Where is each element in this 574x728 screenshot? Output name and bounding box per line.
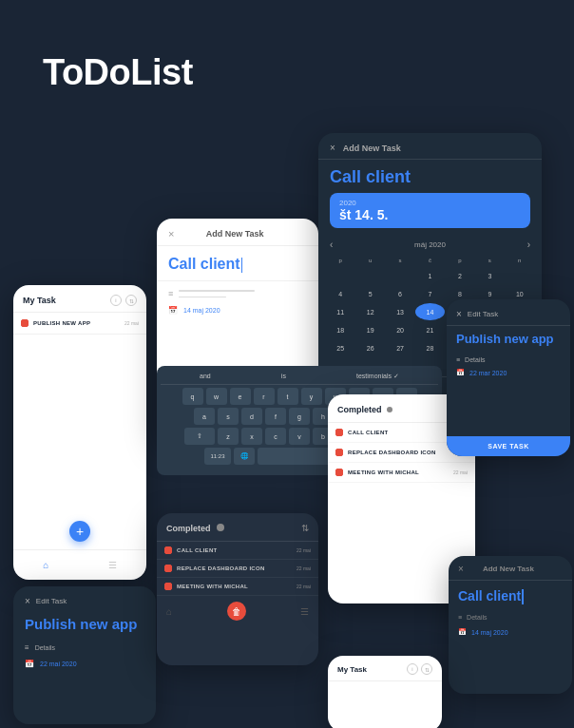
edit-header: × Edit Task [13,586,156,612]
key-d[interactable]: d [241,408,262,425]
edit-date: 22 mai 2020 [40,661,77,667]
task-name-2: REPLACE DASHBOARD ICON [177,565,292,571]
mytask-title: My Task [23,296,56,305]
cal-day[interactable]: 4 [326,285,354,302]
save-task-button[interactable]: SAVE TASK [447,436,570,456]
completed-dot-light [387,407,392,412]
bottom-header-icons: i ⇅ [407,663,432,675]
list-icon[interactable]: ☰ [300,606,309,617]
cal-day-label: s [475,256,504,265]
cal-day[interactable]: 26 [355,339,384,356]
home-icon[interactable]: ⌂ [43,560,48,570]
task-check[interactable] [164,565,172,572]
task-check[interactable] [164,583,172,590]
right-close-icon[interactable]: × [456,309,462,319]
key-num[interactable]: 11:23 [204,448,231,465]
cal-day[interactable]: 25 [326,339,354,356]
key-q[interactable]: q [182,388,203,405]
modal-close-icon[interactable]: × [168,228,174,239]
modal-header: × Add New Task [157,219,318,246]
lines-icon: ≡ [25,643,29,652]
cal-day-label: p [326,256,354,265]
sort-icon: ⇅ [421,663,432,675]
task-date-2: 22 mai [297,565,311,571]
key-r[interactable]: r [254,388,275,405]
prev-month-button[interactable]: ‹ [330,239,333,250]
info-icon: i [110,295,122,306]
cal-day-label: n [506,256,534,265]
task-check[interactable] [335,429,343,436]
cal-day[interactable]: 28 [415,339,444,356]
cal-day[interactable]: 11 [326,303,354,320]
home-icon[interactable]: ⌂ [166,606,172,617]
close-icon[interactable]: × [25,596,30,606]
cal-date-chip: 2020 št 14. 5. [330,193,530,228]
task-name-1: CALL CLIENT [348,430,449,435]
completed-header: Completed ⇅ [157,513,318,542]
cal-day[interactable]: 27 [386,339,414,356]
bottom-nav: ⌂ ☰ [13,549,146,580]
cal-day[interactable]: 2 [446,267,474,284]
cal-day[interactable]: 6 [386,285,414,302]
task-check[interactable] [335,449,343,456]
key-f[interactable]: f [265,408,286,425]
cal-day [326,267,354,284]
key-s[interactable]: s [218,408,239,425]
cal-day[interactable]: 18 [326,321,354,338]
modal-title: Add New Task [206,229,264,239]
cal-day[interactable]: 12 [355,303,384,320]
key-z[interactable]: z [218,428,239,445]
key-x[interactable]: x [241,428,262,445]
cal-day[interactable]: 19 [355,321,384,338]
kb-suggestion-3: testimonials ✓ [356,373,399,380]
task-check[interactable] [335,469,343,476]
key-y[interactable]: y [301,388,322,405]
modal-task-name: Call client [157,246,318,281]
details-label: Details [465,356,485,363]
light-completed-title: Completed [337,405,392,414]
card-mytask-bottom: My Task i ⇅ [328,656,442,728]
card-edittask-left: × Edit Task Publish new app ≡ Details 📅 … [13,586,156,724]
key-w[interactable]: w [206,388,227,405]
task-name-2: REPLACE DASHBOARD ICON [348,450,449,455]
key-shift[interactable]: ⇧ [184,428,215,445]
details-label: Details [467,614,487,621]
cal-task-name: Call client [318,160,542,193]
fab-button[interactable]: + [69,521,90,542]
cal-day-label: p [446,256,474,265]
right-modal-header: × Add New Task [449,556,572,581]
key-space[interactable] [258,448,334,465]
key-e[interactable]: e [230,388,251,405]
cal-close-icon[interactable]: × [330,143,335,153]
key-g[interactable]: g [289,408,310,425]
key-t[interactable]: t [277,388,298,405]
cal-day[interactable]: 3 [475,267,504,284]
completed-task-row: CALL CLIENT 22 mai [157,542,318,560]
key-v[interactable]: v [289,428,310,445]
cal-day[interactable]: 13 [386,303,414,320]
task-name-1: CALL CLIENT [177,547,292,553]
task-check[interactable] [164,546,172,554]
edit-label: Edit Task [36,597,67,605]
completed-task-row: REPLACE DASHBOARD ICON 22 mai [157,560,318,578]
lines-icon: ≡ [458,614,462,621]
cal-day[interactable]: 5 [355,285,384,302]
cal-day[interactable]: 20 [386,321,414,338]
cal-day[interactable]: 7 [415,285,444,302]
key-a[interactable]: a [194,408,215,425]
cal-day[interactable]: 21 [415,321,444,338]
delete-fab-button[interactable]: 🗑 [227,602,246,621]
key-comma[interactable]: 🌐 [234,448,255,465]
task-checkbox[interactable] [21,319,29,327]
cal-day-label: č [415,256,444,265]
next-month-button[interactable]: › [527,239,530,250]
right-modal-close-icon[interactable]: × [458,564,464,574]
cal-header-title: Add New Task [343,144,401,153]
right-modal-task-name: Call client [449,581,572,610]
cal-day-header: p u s č p s n [326,256,534,265]
cal-day[interactable]: 1 [415,267,444,284]
key-c[interactable]: c [265,428,286,445]
card-header: My Task i ⇅ [13,285,146,313]
cal-day-today[interactable]: 14 [415,303,444,320]
menu-icon[interactable]: ☰ [108,560,117,570]
